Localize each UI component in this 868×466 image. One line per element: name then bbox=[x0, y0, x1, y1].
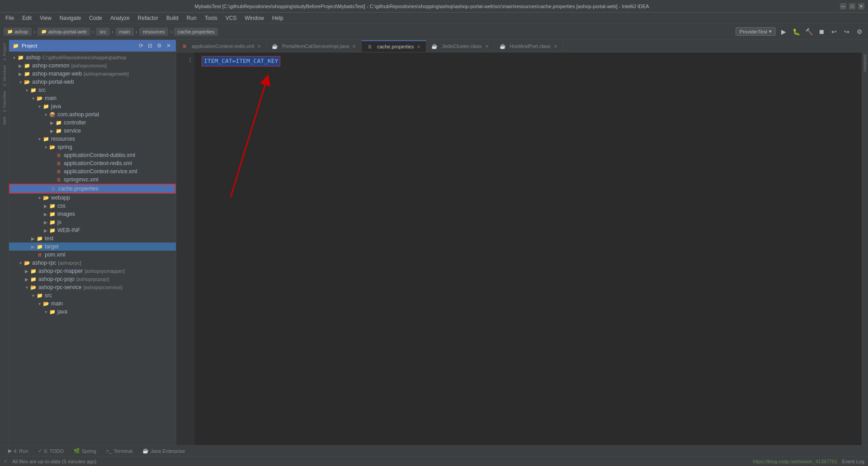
breadcrumb-main[interactable]: main bbox=[116, 28, 134, 36]
java-enterprise-tab[interactable]: ☕ Java Enterprise bbox=[138, 447, 189, 455]
expand-icon: ▶ bbox=[49, 119, 55, 126]
src-folder-icon: 📁 bbox=[49, 308, 56, 315]
tab-close-button[interactable]: ✕ bbox=[416, 44, 421, 50]
redo-button[interactable]: ↪ bbox=[842, 27, 852, 37]
tree-item-rpc-service[interactable]: ▾ 📂 ashop-rpc-service [ashoprpcservice] bbox=[9, 283, 176, 291]
build-button[interactable]: 🔨 bbox=[804, 27, 814, 37]
debug-button[interactable]: 🐛 bbox=[791, 27, 801, 37]
minimize-button[interactable]: — bbox=[840, 3, 846, 10]
tree-item-css[interactable]: ▶ 📁 css bbox=[9, 202, 176, 210]
tree-item-rpc-main[interactable]: ▾ 📂 main bbox=[9, 300, 176, 308]
tree-item-ashop-common[interactable]: ▶ 📁 ashop-common [ashopcommon] bbox=[9, 62, 176, 70]
tree-item-com-ashop-portal[interactable]: ▾ 📦 com.ashop.portal bbox=[9, 110, 176, 119]
tree-item-resources[interactable]: ▾ 📁 resources bbox=[9, 135, 176, 143]
tab-portal-impl[interactable]: ☕ PortalItemCatServiceImpl.java ✕ bbox=[267, 40, 362, 52]
favorites-gutter-label[interactable]: 2: Favorites bbox=[2, 89, 7, 114]
maximize-button[interactable]: □ bbox=[849, 3, 855, 10]
menu-item-edit[interactable]: Edit bbox=[19, 14, 35, 22]
breadcrumb-src[interactable]: src bbox=[96, 28, 110, 36]
collapse-all-button[interactable]: ⊟ bbox=[146, 42, 154, 49]
todo-tab[interactable]: ✓ 6: TODO bbox=[33, 447, 68, 455]
run-config-button[interactable]: ProviderTest ▾ bbox=[736, 27, 776, 36]
structure-gutter-label[interactable]: 2: Structure bbox=[2, 63, 7, 88]
menu-item-run[interactable]: Run bbox=[183, 14, 200, 22]
breadcrumb-portal-web[interactable]: 📁 ashop-portal-web bbox=[38, 28, 90, 36]
tree-item-manager-web[interactable]: ▶ 📁 ashop-manager-web [ashopmanagerweb] bbox=[9, 70, 176, 78]
menu-item-window[interactable]: Window bbox=[241, 14, 268, 22]
spacer bbox=[30, 252, 36, 258]
sync-button[interactable]: ⟳ bbox=[137, 42, 145, 49]
tree-item-java[interactable]: ▾ 📁 java bbox=[9, 102, 176, 110]
menu-item-analyze[interactable]: Analyze bbox=[107, 14, 133, 22]
tree-item-ashop[interactable]: ▾ 📁 ashop C:\githubRepositories\shopping… bbox=[9, 53, 176, 62]
tree-item-js[interactable]: ▶ 📁 js bbox=[9, 218, 176, 226]
stop-button[interactable]: ⏹ bbox=[816, 27, 826, 37]
tree-item-web-inf[interactable]: ▶ 📁 WEB-INF bbox=[9, 226, 176, 234]
gear-icon[interactable]: ⚙ bbox=[156, 42, 163, 49]
menu-item-navigate[interactable]: Navigate bbox=[56, 14, 85, 22]
tree-item-cache-props[interactable]: 🗎 cache.properties bbox=[9, 184, 176, 194]
chevron-down-icon: ▾ bbox=[769, 29, 772, 34]
tree-item-test[interactable]: ▶ 📁 test bbox=[9, 234, 176, 243]
breadcrumb-cache-props[interactable]: cache.properties bbox=[174, 28, 218, 36]
menu-item-view[interactable]: View bbox=[36, 14, 55, 22]
tab-close-button[interactable]: ✕ bbox=[351, 43, 357, 49]
run-button[interactable]: ▶ bbox=[778, 27, 788, 37]
status-url[interactable]: https://blog.csdp.net/weixin_41367761 bbox=[753, 459, 837, 464]
tree-item-images[interactable]: ▶ 📁 images bbox=[9, 210, 176, 218]
spacer bbox=[49, 168, 55, 175]
tab-jedis-cluster[interactable]: ☕ JedisCluster.class ✕ bbox=[426, 40, 494, 52]
tree-item-controller[interactable]: ▶ 📁 controller bbox=[9, 119, 176, 127]
tab-close-button[interactable]: ✕ bbox=[553, 43, 558, 49]
breadcrumb-ashop[interactable]: 📁 ashop bbox=[4, 28, 32, 36]
tree-item-portal-web[interactable]: ▾ 📂 ashop-portal-web bbox=[9, 78, 176, 86]
project-gutter-label[interactable]: 1: Project bbox=[2, 42, 7, 62]
folder-icon: 📁 bbox=[55, 127, 62, 134]
menu-item-code[interactable]: Code bbox=[85, 14, 106, 22]
undo-button[interactable]: ↩ bbox=[829, 27, 839, 37]
close-button[interactable]: ✕ bbox=[858, 3, 864, 10]
menu-item-build[interactable]: Build bbox=[163, 14, 182, 22]
menu-item-refactor[interactable]: Refactor bbox=[134, 14, 162, 22]
tree-item-target[interactable]: ▶ 📁 target bbox=[9, 243, 176, 251]
java-icon: ☕ bbox=[271, 43, 278, 50]
menu-item-file[interactable]: File bbox=[2, 14, 18, 22]
tree-item-src[interactable]: ▾ 📁 src bbox=[9, 86, 176, 94]
tree-item-rpc-src[interactable]: ▾ 📁 src bbox=[9, 291, 176, 300]
project-icon: 📁 bbox=[17, 54, 24, 61]
tab-close-button[interactable]: ✕ bbox=[484, 43, 490, 49]
tab-appctx-redis[interactable]: 🗎 applicationContext-redis.xml ✕ bbox=[176, 40, 267, 52]
terminal-tab[interactable]: >_ Terminal bbox=[102, 447, 137, 455]
xml-icon: 🗎 bbox=[181, 43, 188, 50]
close-panel-button[interactable]: ✕ bbox=[165, 42, 172, 49]
tree-item-rpc-mapper[interactable]: ▶ 📁 ashop-rpc-mapper [ashoprpcmapper] bbox=[9, 267, 176, 275]
tree-item-rpc-java[interactable]: ▾ 📁 java bbox=[9, 308, 176, 316]
tree-item-pom[interactable]: 🗎 pom.xml bbox=[9, 251, 176, 259]
run-tab[interactable]: ▶ 4: Run bbox=[4, 447, 33, 455]
tree-item-appctx-dubbo[interactable]: 🗎 applicationContext-dubbo.xml bbox=[9, 151, 176, 159]
tree-item-webapp[interactable]: ▾ 📂 webapp bbox=[9, 194, 176, 202]
tab-close-button[interactable]: ✕ bbox=[256, 43, 262, 49]
tree-item-spring[interactable]: ▾ 📂 spring bbox=[9, 143, 176, 151]
event-log-button[interactable]: Event Log bbox=[842, 459, 864, 464]
tree-item-appctx-service[interactable]: 🗎 applicationContext-service.xml bbox=[9, 167, 176, 176]
main-area: 1: Project 2: Structure 2: Favorites Web… bbox=[0, 40, 868, 445]
tree-item-service[interactable]: ▶ 📁 service bbox=[9, 127, 176, 135]
web-gutter-label[interactable]: Web bbox=[2, 115, 7, 127]
tree-item-appctx-redis[interactable]: 🗎 applicationContext-redis.xml bbox=[9, 159, 176, 167]
code-editor[interactable]: ITEM_CAT=ITEM_CAT_KEY bbox=[194, 52, 862, 445]
database-gutter-label[interactable]: Database bbox=[863, 52, 868, 74]
tab-cache-props[interactable]: 🗎 cache.properties ✕ bbox=[362, 40, 426, 52]
project-header-tools: ⟳ ⊟ ⚙ ✕ bbox=[137, 42, 172, 49]
tree-item-ashop-rpc[interactable]: ▾ 📂 ashop-rpc [ashoprpc] bbox=[9, 259, 176, 267]
breadcrumb-resources[interactable]: resources bbox=[139, 28, 168, 36]
menu-item-help[interactable]: Help bbox=[269, 14, 287, 22]
tree-item-springmvc[interactable]: 🗎 springmvc.xml bbox=[9, 176, 176, 184]
tree-item-main[interactable]: ▾ 📂 main bbox=[9, 94, 176, 102]
tree-item-rpc-pojo[interactable]: ▶ 📁 ashop-rpc-pojo [ashoprpcpojo] bbox=[9, 275, 176, 283]
spring-tab[interactable]: 🌿 Spring bbox=[69, 447, 101, 455]
settings-button[interactable]: ⚙ bbox=[854, 27, 864, 37]
menu-item-tools[interactable]: Tools bbox=[201, 14, 221, 22]
menu-item-vcs[interactable]: VCS bbox=[222, 14, 241, 22]
tab-host-and-port[interactable]: ☕ HostAndPort.class ✕ bbox=[495, 40, 563, 52]
